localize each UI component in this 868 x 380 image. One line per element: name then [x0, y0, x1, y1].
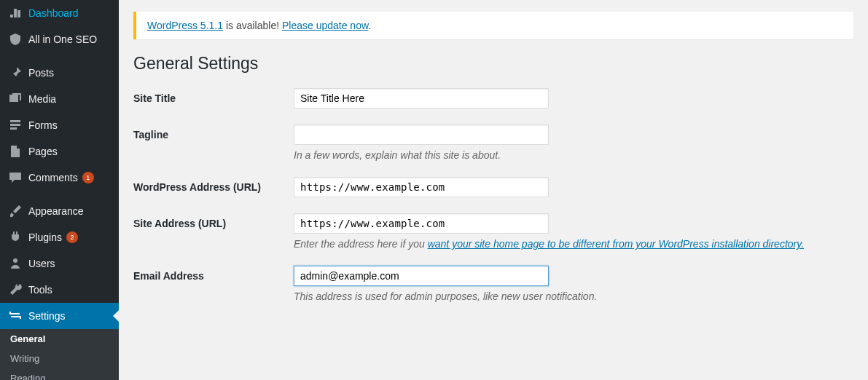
admin-sidebar: Dashboard All in One SEO Posts Media For… — [0, 0, 119, 380]
notice-text-end: . — [368, 20, 371, 31]
sidebar-item-dashboard[interactable]: Dashboard — [0, 0, 119, 26]
sidebar-item-media[interactable]: Media — [0, 86, 119, 112]
sidebar-item-label: All in One SEO — [28, 33, 97, 45]
sidebar-item-label: Posts — [28, 67, 54, 79]
pages-icon — [8, 144, 23, 159]
wp-url-input[interactable] — [294, 177, 549, 197]
badge-count: 2 — [66, 231, 78, 243]
label-site-title: Site Title — [133, 88, 294, 104]
row-email: Email Address This address is used for a… — [133, 266, 853, 302]
sidebar-item-label: Comments — [28, 172, 78, 183]
update-now-link[interactable]: Please update now — [282, 20, 368, 31]
sidebar-item-label: Plugins — [28, 231, 62, 243]
comments-icon — [8, 170, 23, 185]
sidebar-item-label: Settings — [28, 310, 66, 322]
brush-icon — [8, 204, 23, 218]
desc-prefix: Enter the address here if you — [294, 238, 428, 250]
update-notice: WordPress 5.1.1 is available! Please upd… — [133, 12, 853, 39]
sidebar-item-label: Users — [28, 258, 55, 269]
site-url-desc: Enter the address here if you want your … — [294, 238, 853, 250]
plug-icon — [8, 230, 23, 245]
site-title-input[interactable] — [294, 88, 549, 108]
email-input[interactable] — [294, 266, 549, 286]
sub-item-reading[interactable]: Reading — [0, 368, 119, 380]
pin-icon — [8, 66, 23, 80]
main-content: WordPress 5.1.1 is available! Please upd… — [119, 0, 868, 380]
site-url-input[interactable] — [294, 213, 549, 234]
sidebar-item-label: Pages — [28, 146, 58, 157]
sidebar-item-forms[interactable]: Forms — [0, 112, 119, 138]
sidebar-item-plugins[interactable]: Plugins 2 — [0, 224, 119, 250]
label-tagline: Tagline — [133, 124, 294, 140]
wrench-icon — [8, 282, 23, 297]
sub-item-general[interactable]: General — [0, 329, 119, 349]
notice-text: is available! — [223, 20, 282, 31]
sidebar-item-pages[interactable]: Pages — [0, 138, 119, 165]
sidebar-item-label: Tools — [28, 284, 52, 296]
sidebar-item-appearance[interactable]: Appearance — [0, 198, 119, 224]
sidebar-item-users[interactable]: Users — [0, 250, 119, 277]
users-icon — [8, 256, 23, 271]
svg-point-0 — [13, 258, 17, 263]
sidebar-item-comments[interactable]: Comments 1 — [0, 165, 119, 191]
email-desc: This address is used for admin purposes,… — [294, 290, 853, 302]
sidebar-item-settings[interactable]: Settings — [0, 303, 119, 329]
dashboard-icon — [8, 6, 23, 20]
settings-submenu: General Writing Reading — [0, 329, 119, 380]
row-wp-url: WordPress Address (URL) — [133, 177, 853, 197]
settings-icon — [8, 309, 23, 323]
badge-count: 1 — [82, 172, 94, 183]
row-site-url: Site Address (URL) Enter the address her… — [133, 213, 853, 250]
site-url-help-link[interactable]: want your site home page to be different… — [428, 238, 804, 250]
forms-icon — [8, 118, 23, 132]
sidebar-item-label: Forms — [28, 119, 58, 131]
wp-version-link[interactable]: WordPress 5.1.1 — [147, 20, 223, 31]
sidebar-item-label: Dashboard — [28, 7, 79, 19]
label-site-url: Site Address (URL) — [133, 213, 294, 229]
tagline-desc: In a few words, explain what this site i… — [294, 149, 853, 161]
sidebar-item-seo[interactable]: All in One SEO — [0, 26, 119, 52]
sidebar-item-tools[interactable]: Tools — [0, 277, 119, 303]
page-title: General Settings — [133, 54, 853, 74]
sidebar-item-posts[interactable]: Posts — [0, 60, 119, 86]
shield-icon — [8, 32, 23, 47]
label-email: Email Address — [133, 266, 294, 282]
sidebar-item-label: Appearance — [28, 205, 84, 217]
media-icon — [8, 92, 23, 106]
sidebar-item-label: Media — [28, 93, 56, 105]
row-site-title: Site Title — [133, 88, 853, 108]
sub-item-writing[interactable]: Writing — [0, 349, 119, 368]
label-wp-url: WordPress Address (URL) — [133, 177, 294, 193]
tagline-input[interactable] — [294, 124, 549, 145]
row-tagline: Tagline In a few words, explain what thi… — [133, 124, 853, 161]
